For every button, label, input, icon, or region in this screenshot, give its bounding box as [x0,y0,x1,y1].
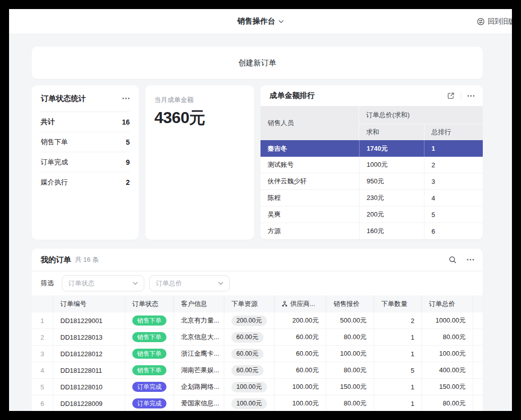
order-number-cell: DD181228013 [53,329,125,345]
order-row-number: 2 [32,329,53,345]
more-icon[interactable] [122,97,130,99]
order-filler-cell [473,329,483,345]
ranking-person-cell: 测试账号 [260,157,359,173]
order-status-stats-header: 订单状态统计 [41,85,130,112]
order-quote-cell: 150.00元 [326,379,374,395]
order-total-cell: 1000.00元 [421,312,473,329]
order-row[interactable]: 3DD181228012销售下单浙江金鹰卡...60.00元60.00元100.… [32,346,483,362]
more-icon[interactable] [467,95,475,97]
order-quote-cell: 80.00元 [326,395,374,411]
order-qty-cell: 1 [374,329,421,345]
order-qty-cell: 1 [374,395,421,411]
order-qty-cell: 1 [374,379,421,395]
order-quote-cell: 100.00元 [326,346,374,362]
order-status-cell: 订单完成 [125,379,173,395]
ranking-row[interactable]: 陈程230元4 [260,190,483,206]
order-quote-cell: 80.00元 [326,362,374,378]
monthly-amount-value: 4360元 [154,107,245,129]
order-row[interactable]: 2DD181228013销售下单北京信息大...60.00元60.00元80.0… [32,329,483,346]
order-total-cell: 150.00元 [421,379,473,395]
ranking-person-cell: 陈程 [260,190,359,206]
order-row[interactable]: 5DD181228010订单完成企划路网络...100.00元100.00元15… [32,379,483,395]
switch-version-icon [477,18,485,26]
order-filler-cell [473,379,483,395]
order-supplier-cell: 60.00元 [274,346,326,362]
ranking-row[interactable]: 吴爽200元5 [260,206,483,223]
page-title: 销售操作台 [237,17,275,26]
order-status-badge: 销售下单 [132,365,166,375]
open-external-icon[interactable] [447,92,455,99]
workspace-switcher[interactable]: 销售操作台 [237,17,284,26]
order-total-cell: 80.00元 [421,395,473,411]
ranking-col-person: 销售人员 [260,106,359,140]
order-resource-cell: 100.00元 [224,395,274,411]
my-orders-count: 共 16 条 [75,255,99,264]
ranking-row[interactable]: 秦吉冬1740元1 [260,140,483,157]
order-customer-cell: 浙江金鹰卡... [173,346,224,362]
order-row[interactable]: 4DD181228011销售下单湖南芒果娱...60.00元60.00元80.0… [32,362,483,379]
filter-order-total-select[interactable]: 订单总价 [149,275,230,291]
order-row-number: 5 [32,379,53,395]
orders-col-header[interactable]: 供应商... [274,295,326,312]
stat-value: 2 [126,178,130,186]
order-total-cell: 400.00元 [421,362,473,378]
order-filler-cell [473,395,483,411]
order-row[interactable]: 6DD181228009订单完成爱国家信息...100.00元100.00元80… [32,395,483,411]
ranking-sum-cell: 1740元 [359,140,424,157]
more-icon[interactable] [467,259,474,261]
ranking-row[interactable]: 方源160元6 [260,223,483,240]
order-status-badge: 订单完成 [132,382,166,392]
create-order-button[interactable]: 创建新订单 [32,47,483,79]
orders-col-header[interactable]: 下单资源 [224,295,274,312]
order-status-badge: 销售下单 [132,349,166,359]
order-supplier-cell: 200.00元 [274,312,326,329]
order-status-cell: 订单完成 [125,395,173,411]
order-row-number: 6 [32,395,53,411]
orders-col-header[interactable]: 客户信息 [173,295,224,312]
ranking-person-cell: 秦吉冬 [260,140,359,157]
order-customer-cell: 北京有力量... [173,312,224,329]
order-resource-cell: 60.00元 [224,362,274,378]
order-status-cell: 销售下单 [125,346,173,362]
chevron-down-icon [279,20,284,23]
order-filler-cell [473,362,483,378]
ranking-sum-cell: 160元 [359,223,424,239]
order-quote-cell: 500.00元 [326,312,374,329]
ranking-rank-cell: 5 [424,206,483,223]
ranking-rank-cell: 4 [424,190,483,206]
ranking-sum-cell: 1000元 [359,157,424,173]
ranking-col-rank: 总排行 [424,124,483,140]
back-to-old-version-button[interactable]: 回到旧版 [477,9,512,34]
ranking-rank-cell: 3 [424,173,483,189]
order-supplier-cell: 60.00元 [274,362,326,378]
order-status-cell: 销售下单 [125,329,173,345]
orders-col-header[interactable]: 下单数量 [374,295,421,312]
order-status-badge: 销售下单 [132,316,166,326]
order-supplier-cell: 100.00元 [274,379,326,395]
filter-label: 筛选 [41,279,54,288]
order-resource-badge: 200.00元 [231,316,267,326]
ranking-row[interactable]: 伙伴云魏少轩950元3 [260,173,483,190]
orders-col-header[interactable]: 订单编号 [53,295,125,312]
orders-col-header[interactable]: 订单总价 [421,295,473,312]
ranking-col-sum: 求和 [359,124,424,140]
stat-value: 5 [126,138,130,146]
stat-label: 订单完成 [41,158,68,167]
orders-col-label: 供应商... [290,299,315,308]
orders-col-label: 下单资源 [231,299,257,308]
order-row[interactable]: 1DD181229001销售下单北京有力量...200.00元200.00元50… [32,312,483,329]
my-orders-title: 我的订单 [41,255,71,265]
search-icon[interactable] [449,256,457,264]
order-status-stats-card: 订单状态统计 共计 16 销售下单 5 订单完成 9 [32,85,139,240]
filter-placeholder: 订单状态 [68,279,133,288]
monthly-amount-card: 当月成单金额 4360元 [145,85,254,240]
orders-col-header[interactable]: 订单状态 [125,295,173,312]
orders-col-header[interactable]: 销售报价 [326,295,374,312]
ranking-row[interactable]: 测试账号1000元2 [260,157,483,173]
ranking-sum-cell: 200元 [359,206,424,223]
order-number-cell: DD181228009 [53,395,125,411]
chevron-down-icon [218,282,223,285]
filter-order-status-select[interactable]: 订单状态 [62,275,144,291]
stat-row-media: 媒介执行 2 [41,172,130,192]
orders-col-label: 客户信息 [181,299,207,308]
